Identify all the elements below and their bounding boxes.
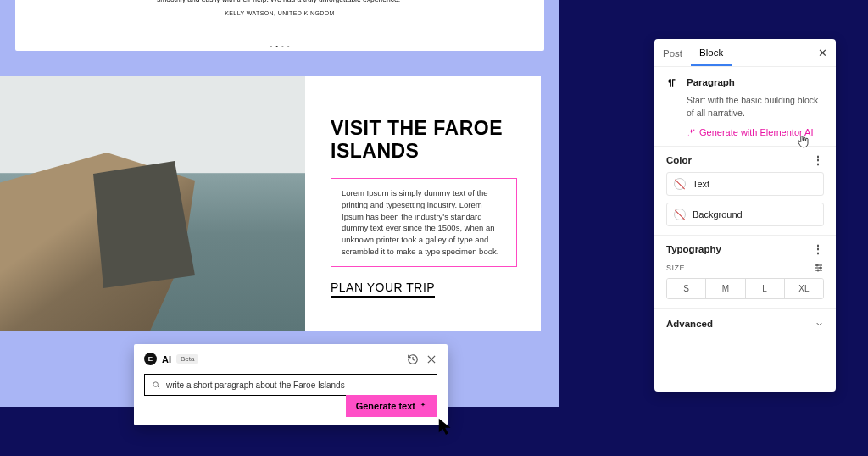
ai-prompt-value: write a short paragraph about the Faroe …	[166, 381, 345, 390]
block-name: Paragraph	[687, 77, 735, 89]
typography-heading: Typography	[666, 244, 721, 254]
carousel-dots[interactable]: ••••	[15, 42, 544, 52]
block-summary: Paragraph Start with the basic building …	[654, 67, 836, 147]
color-section: Color ⋮ Text Background	[654, 147, 836, 236]
testimonial-card: smoothly and easily with their help. We …	[15, 0, 544, 51]
generate-with-ai-link[interactable]: Generate with Elementor AI	[666, 127, 824, 137]
sparkle-icon	[687, 128, 696, 137]
hero-title: VISIT THE FAROE ISLANDS	[331, 117, 520, 163]
color-background-label: Background	[693, 209, 743, 220]
ai-prompt-popup: E AI Beta write a short paragraph about …	[134, 344, 448, 425]
search-icon	[152, 381, 161, 390]
advanced-label: Advanced	[666, 319, 713, 329]
svg-point-9	[816, 264, 818, 266]
testimonial-text: smoothly and easily with their help. We …	[83, 0, 476, 4]
color-more-icon[interactable]: ⋮	[812, 158, 824, 164]
close-icon[interactable]	[426, 353, 437, 365]
paragraph-icon	[666, 77, 678, 89]
sparkle-icon	[419, 402, 427, 410]
size-label: SIZE	[666, 264, 685, 272]
size-button-group: S M L XL	[666, 278, 824, 299]
size-m[interactable]: M	[706, 279, 745, 298]
hero-copy: VISIT THE FAROE ISLANDS Lorem Ipsum is s…	[305, 76, 541, 331]
svg-point-5	[688, 135, 689, 136]
testimonial-author: KELLY WATSON, UNITED KINGDOM	[83, 9, 476, 17]
svg-point-10	[820, 267, 821, 269]
cursor-arrow-icon	[437, 417, 455, 436]
color-text-label: Text	[693, 179, 709, 189]
chevron-down-icon	[815, 320, 824, 329]
size-xl[interactable]: XL	[785, 279, 823, 298]
history-icon[interactable]	[407, 353, 419, 365]
elementor-logo-icon: E	[144, 353, 157, 365]
typography-more-icon[interactable]: ⋮	[812, 247, 824, 253]
hero-paragraph-selected[interactable]: Lorem Ipsum is simply dummy text of the …	[331, 178, 517, 267]
hero-section: VISIT THE FAROE ISLANDS Lorem Ipsum is s…	[0, 76, 541, 331]
generate-text-button[interactable]: Generate text	[346, 395, 437, 417]
typography-section: Typography ⋮ SIZE S M L XL	[654, 236, 836, 309]
color-background-row[interactable]: Background	[666, 203, 824, 226]
sliders-icon[interactable]	[814, 263, 824, 273]
beta-badge: Beta	[176, 354, 198, 364]
color-heading: Color	[666, 155, 692, 165]
svg-line-3	[158, 386, 160, 388]
tab-block[interactable]: Block	[691, 39, 732, 66]
size-s[interactable]: S	[667, 279, 706, 298]
plan-trip-link[interactable]: PLAN YOUR TRIP	[331, 281, 435, 298]
svg-point-2	[153, 381, 159, 386]
size-l[interactable]: L	[746, 279, 785, 298]
color-text-row[interactable]: Text	[666, 172, 824, 196]
cursor-hand-icon	[795, 134, 810, 149]
color-swatch-none-icon	[674, 209, 686, 220]
advanced-section-toggle[interactable]: Advanced	[654, 309, 836, 339]
generate-text-label: Generate text	[356, 401, 415, 411]
ai-label: AI	[162, 354, 171, 364]
hero-image	[0, 76, 305, 331]
block-description: Start with the basic building block of a…	[666, 94, 824, 119]
svg-point-11	[817, 270, 819, 271]
tab-post[interactable]: Post	[654, 40, 691, 65]
panel-tabs: Post Block ✕	[654, 39, 836, 67]
color-swatch-none-icon	[674, 178, 686, 190]
block-inspector-panel: Post Block ✕ Paragraph Start with the ba…	[654, 39, 836, 392]
ai-prompt-input[interactable]: write a short paragraph about the Faroe …	[144, 374, 437, 396]
panel-close-icon[interactable]: ✕	[810, 47, 836, 59]
svg-point-4	[693, 129, 694, 130]
